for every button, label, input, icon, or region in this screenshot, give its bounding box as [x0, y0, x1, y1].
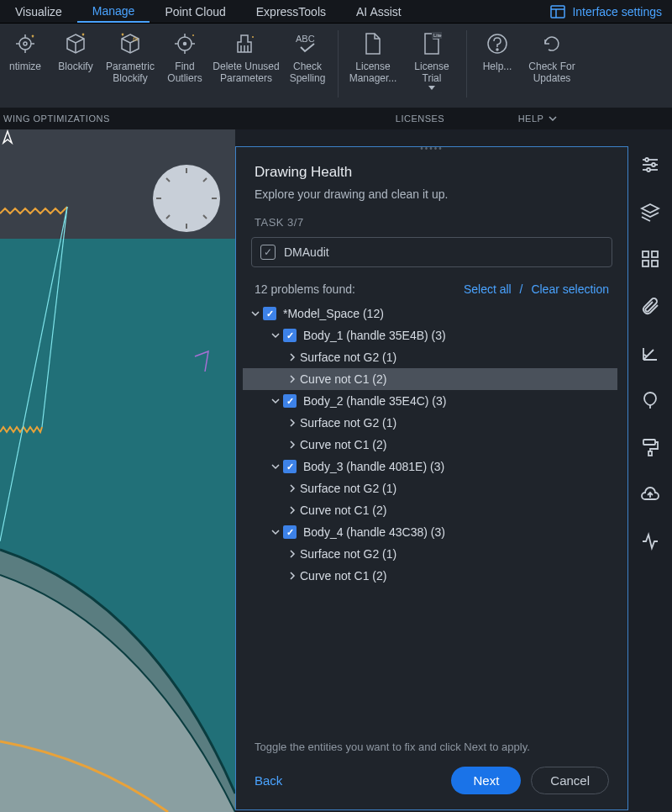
select-all-link[interactable]: Select all [464, 282, 512, 296]
tree-row-issue[interactable]: Curve not C1 (2) [243, 434, 617, 456]
svg-rect-50 [648, 451, 652, 456]
section-drawing-optimizations: WING OPTIMIZATIONS [0, 113, 353, 124]
tab-ai-assist[interactable]: AI Assist [341, 2, 417, 22]
paint-roller-icon[interactable] [640, 437, 660, 457]
tree-row-body[interactable]: Body_1 (handle 35E4B) (3) [243, 324, 617, 346]
cancel-button[interactable]: Cancel [531, 767, 609, 794]
svg-point-42 [652, 163, 655, 166]
caret-right-icon[interactable] [285, 415, 300, 430]
cloud-upload-icon[interactable] [640, 484, 660, 504]
tree-row-issue[interactable]: Surface not G2 (1) [243, 412, 617, 434]
checkbox[interactable] [263, 307, 276, 320]
sliders-icon[interactable] [640, 155, 660, 175]
tree-row-issue-selected[interactable]: Curve not C1 (2) [243, 368, 617, 390]
caret-down-icon[interactable] [268, 393, 283, 409]
svg-point-43 [647, 168, 650, 171]
svg-point-16 [192, 34, 194, 36]
svg-rect-0 [551, 6, 564, 18]
svg-text:Lite: Lite [433, 33, 442, 38]
task-progress-label: TASK 3/7 [236, 216, 627, 237]
task-name: DMAudit [284, 245, 329, 259]
back-button[interactable]: Back [255, 773, 282, 788]
checkbox[interactable] [283, 394, 297, 408]
panel-title: Drawing Health [236, 147, 627, 187]
tree-row-root[interactable]: *Model_Space (12) [243, 303, 617, 324]
tree-row-body[interactable]: Body_4 (handle 43C38) (3) [243, 521, 617, 543]
license-trial-button[interactable]: Lite License Trial [402, 30, 461, 98]
grid-icon[interactable] [640, 249, 660, 269]
paperclip-icon[interactable] [640, 296, 660, 316]
svg-line-36 [0, 207, 67, 541]
check-for-updates-button[interactable]: Check For Updates [522, 30, 581, 86]
svg-point-41 [645, 158, 648, 161]
parametric-blockify-button[interactable]: fx Parametric Blockify [101, 30, 160, 86]
next-button[interactable]: Next [451, 767, 521, 794]
caret-down-icon[interactable] [268, 328, 283, 343]
caret-down-icon[interactable] [268, 525, 283, 540]
caret-right-icon[interactable] [285, 437, 300, 452]
blockify-button[interactable]: Blockify [50, 30, 101, 74]
brush-icon [234, 32, 258, 55]
caret-right-icon[interactable] [285, 546, 300, 562]
clear-selection-link[interactable]: Clear selection [531, 282, 609, 296]
delete-unused-parameters-button[interactable]: Delete Unused Parameters [210, 30, 282, 86]
help-button[interactable]: Help... [472, 30, 522, 74]
optimize-button[interactable]: ntimize [0, 30, 50, 74]
caret-right-icon[interactable] [285, 503, 300, 518]
chevron-down-icon [428, 86, 435, 91]
checkbox[interactable] [283, 460, 297, 473]
tree-row-issue[interactable]: Surface not G2 (1) [243, 346, 617, 368]
tree-row-issue[interactable]: Curve not C1 (2) [243, 565, 617, 587]
question-circle-icon [486, 32, 509, 55]
check-spelling-button[interactable]: ABC Check Spelling [282, 30, 333, 86]
tree-row-issue[interactable]: Curve not C1 (2) [243, 499, 617, 521]
checkbox[interactable] [283, 525, 297, 539]
chevron-down-icon [549, 116, 557, 121]
abc-check-icon: ABC [294, 32, 321, 55]
gear-sparkle-icon [13, 32, 37, 55]
balloon-icon[interactable] [640, 390, 660, 410]
layers-icon[interactable] [640, 202, 660, 222]
svg-point-27 [153, 165, 220, 232]
north-indicator-icon [0, 129, 15, 145]
license-manager-button[interactable]: License Manager... [344, 30, 402, 86]
activity-icon[interactable] [640, 531, 660, 551]
svg-line-37 [42, 207, 67, 427]
caret-down-icon[interactable] [248, 306, 263, 321]
svg-rect-44 [643, 251, 648, 257]
find-outliers-button[interactable]: Find Outliers [160, 30, 210, 86]
tree-row-body[interactable]: Body_3 (handle 4081E) (3) [243, 456, 617, 477]
check-outline-icon [260, 245, 276, 260]
section-help[interactable]: HELP [487, 113, 588, 124]
interface-settings-label: Interface settings [572, 5, 662, 18]
problems-found-label: 12 problems found: [255, 282, 355, 296]
tree-row-body[interactable]: Body_2 (handle 35E4C) (3) [243, 390, 617, 412]
cube-sparkle-icon [64, 32, 87, 55]
svg-point-20 [252, 36, 254, 38]
task-select-box[interactable]: DMAudit [251, 237, 612, 267]
caret-right-icon[interactable] [285, 481, 300, 496]
caret-right-icon[interactable] [285, 350, 300, 365]
tab-manage[interactable]: Manage [77, 1, 150, 23]
tree-row-issue[interactable]: Surface not G2 (1) [243, 543, 617, 565]
caret-down-icon[interactable] [268, 459, 283, 474]
angle-icon[interactable] [640, 343, 660, 363]
target-icon [173, 32, 197, 55]
panel-drag-handle[interactable]: ••••• [420, 144, 444, 153]
cube-fx-icon: fx [118, 32, 142, 55]
drawing-health-panel: ••••• Drawing Health Explore your drawin… [235, 146, 628, 810]
checkbox[interactable] [283, 329, 297, 342]
drawing-canvas[interactable] [0, 129, 235, 812]
tab-express-tools[interactable]: ExpressTools [241, 2, 341, 22]
tab-point-cloud[interactable]: Point Cloud [150, 2, 240, 22]
document-lite-icon: Lite [422, 32, 442, 55]
caret-right-icon[interactable] [285, 372, 300, 387]
caret-right-icon[interactable] [285, 568, 300, 583]
tab-visualize[interactable]: Visualize [0, 2, 77, 22]
tree-row-issue[interactable]: Surface not G2 (1) [243, 477, 617, 499]
svg-text:ABC: ABC [296, 34, 315, 44]
refresh-icon [540, 32, 564, 55]
document-icon [363, 32, 383, 55]
interface-settings-button[interactable]: Interface settings [550, 5, 672, 18]
problems-tree[interactable]: *Model_Space (12) Body_1 (handle 35E4B) … [236, 303, 627, 732]
